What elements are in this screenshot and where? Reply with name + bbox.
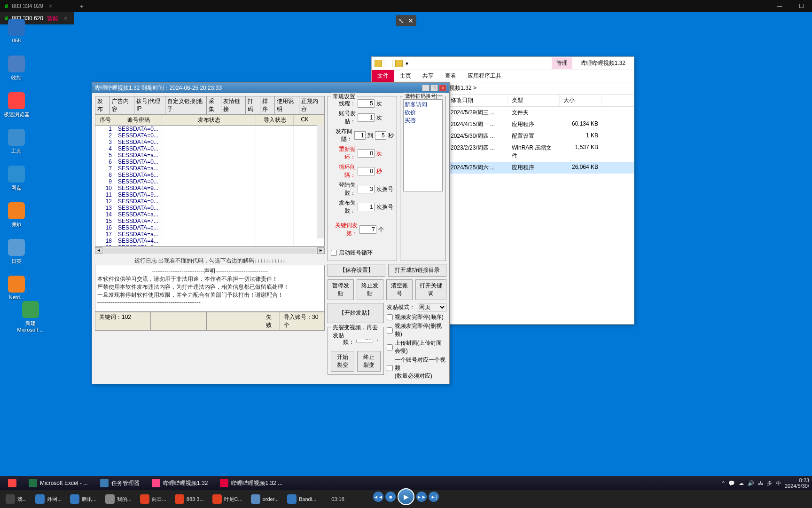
taskbar-item-0[interactable]: [3, 477, 22, 489]
post-option-checkbox-3[interactable]: [387, 365, 393, 371]
open-links-button[interactable]: 打开成功链接目录: [388, 264, 446, 277]
tray-volume-icon[interactable]: 🔊: [748, 480, 754, 486]
post-option-checkbox-0[interactable]: [387, 314, 393, 320]
clear-account-button[interactable]: 清空账号: [386, 279, 413, 300]
post-mode-select[interactable]: 网页: [417, 303, 446, 311]
maximize-icon[interactable]: □: [430, 85, 438, 91]
clock-time[interactable]: 8:23: [785, 477, 809, 483]
pause-post-button[interactable]: 暂停发贴: [328, 279, 354, 300]
desktop-icon-6[interactable]: 日英: [2, 239, 31, 265]
ribbon-tab-home[interactable]: 主页: [394, 70, 417, 82]
taskbar2-item-4[interactable]: 向日...: [137, 493, 169, 505]
taskbar-item-4[interactable]: 哔哩哔哩视频1.32 ...: [215, 477, 288, 489]
horizontal-scrollbar[interactable]: ◄ ►: [95, 246, 325, 254]
post-option-checkbox-2[interactable]: [387, 344, 393, 350]
grid-row[interactable]: 10SESSDATA=9...: [95, 185, 324, 191]
explorer-titlebar[interactable]: ▾ 管理 哔哩哔哩视频1.32: [372, 57, 634, 70]
tray-ime-icon[interactable]: 拼: [767, 480, 772, 487]
tray-chat-icon[interactable]: 💬: [728, 480, 735, 486]
grid-row[interactable]: 1SESSDATA=0...: [95, 126, 324, 132]
grid-row[interactable]: 13SESSDATA=0...: [95, 205, 324, 211]
grid-row[interactable]: 6SESSDATA=0...: [95, 159, 324, 165]
col-pubstatus[interactable]: 发布状态: [162, 115, 256, 125]
grid-row[interactable]: 11SESSDATA=9...: [95, 191, 324, 198]
tray-net-icon[interactable]: 🖧: [758, 480, 763, 486]
col-seq[interactable]: 序号: [95, 115, 115, 125]
stop-split-button[interactable]: 终止裂变: [357, 351, 381, 372]
col-ck[interactable]: CK: [294, 115, 316, 125]
stop-post-button[interactable]: 终止发贴: [357, 279, 383, 300]
grid-row[interactable]: 7SESSDATA=a...: [95, 165, 324, 172]
auto-loop-checkbox[interactable]: [331, 250, 337, 256]
app-tab-6[interactable]: 打码: [246, 96, 260, 114]
close-icon[interactable]: ×: [439, 85, 446, 91]
taskbar2-item-8[interactable]: Bandi...: [284, 493, 319, 505]
ribbon-tab-view[interactable]: 查看: [439, 70, 462, 82]
post-gap-to-input[interactable]: [375, 131, 386, 140]
taskbar-item-1[interactable]: Microsoft Excel - ...: [23, 477, 93, 489]
taskbar2-item-7[interactable]: order...: [248, 493, 281, 505]
grid-row[interactable]: 2SESSDATA=0...: [95, 132, 324, 139]
desktop-icon-3[interactable]: 工具: [2, 129, 31, 155]
desktop-icon-5[interactable]: 乘ip: [2, 202, 31, 228]
taskbar2-item-3[interactable]: 我的...: [102, 493, 134, 505]
tab-close-icon[interactable]: ×: [47, 3, 54, 9]
taskbar2-item-0[interactable]: 戏...: [3, 493, 30, 505]
grid-row[interactable]: 18SESSDATA=4...: [95, 238, 324, 244]
log-textarea[interactable]: ----------------------------声明----------…: [95, 265, 325, 312]
col-type[interactable]: 类型: [508, 95, 560, 106]
taskbar-item-3[interactable]: 哔哩哔哩视频1.32: [147, 477, 213, 489]
invite-textarea[interactable]: 新客访问砍价买否: [403, 99, 443, 191]
app-tab-5[interactable]: 友情链接: [221, 96, 246, 114]
ribbon-tab-apptools[interactable]: 应用程序工具: [462, 70, 507, 82]
tray-up-icon[interactable]: ^: [722, 480, 725, 486]
app-tab-9[interactable]: 正规内容: [299, 96, 324, 114]
grid-row[interactable]: 15SESSDATA=7...: [95, 218, 324, 224]
maximize-button[interactable]: ☐: [790, 0, 812, 12]
tray-cloud-icon[interactable]: ☁: [739, 480, 744, 486]
taskbar2-item-5[interactable]: 883 3...: [172, 493, 207, 505]
grid-row[interactable]: 3SESSDATA=0...: [95, 139, 324, 145]
close-icon[interactable]: ✕: [408, 17, 414, 24]
media-end-button[interactable]: ►|: [429, 492, 439, 502]
desktop-icon-7[interactable]: Netd...: [2, 276, 31, 300]
minimize-button[interactable]: —: [769, 0, 790, 12]
col-account[interactable]: 账号密码: [115, 115, 162, 125]
ribbon-tab-file[interactable]: 文件: [372, 70, 394, 82]
desktop-icon-1[interactable]: 收站: [2, 56, 31, 81]
grid-row[interactable]: 8SESSDATA=6...: [95, 172, 324, 178]
desktop-icon-4[interactable]: 网盘: [2, 166, 31, 191]
app-tab-1[interactable]: 广告内容: [110, 96, 135, 114]
media-play-button[interactable]: ▶: [398, 488, 414, 505]
grid-row[interactable]: 9SESSDATA=0...: [95, 178, 324, 185]
session-tab-1[interactable]: ıll883 334 029×: [0, 0, 74, 12]
app-tab-0[interactable]: 发布: [95, 96, 110, 114]
taskbar-item-2[interactable]: 任务管理器: [95, 477, 145, 489]
grid-row[interactable]: 17SESSDATA=a...: [95, 231, 324, 238]
save-settings-button[interactable]: 【保存设置】: [328, 264, 386, 277]
kw-nth-input[interactable]: [359, 225, 376, 234]
grid-row[interactable]: 19SESSDATA=0...: [95, 244, 324, 246]
post-fail-input[interactable]: [358, 203, 375, 211]
grid-row[interactable]: 16SESSDATA=c...: [95, 224, 324, 231]
start-post-button[interactable]: 【开始发贴】: [328, 303, 384, 323]
tray-lang-icon[interactable]: 中: [776, 480, 781, 487]
app-titlebar[interactable]: 哔哩哔哩视频1.32 到期时间：2024-06-25 20:23:33 _ □ …: [92, 83, 449, 93]
minimize-icon[interactable]: _: [422, 85, 429, 91]
media-prev-button[interactable]: ◄◄: [373, 492, 383, 502]
post-gap-from-input[interactable]: [354, 131, 366, 140]
tab-close-icon[interactable]: ×: [62, 15, 69, 22]
reloop-input[interactable]: [358, 149, 375, 158]
new-tab-button[interactable]: ＋: [74, 2, 89, 10]
app-tab-8[interactable]: 使用说明: [275, 96, 300, 114]
ribbon-tab-share[interactable]: 共享: [417, 70, 439, 82]
loop-gap-input[interactable]: [358, 167, 375, 175]
taskbar2-item-6[interactable]: 叶尼C...: [210, 493, 245, 505]
threads-input[interactable]: [358, 99, 375, 108]
col-date[interactable]: 修改日期: [447, 95, 508, 106]
app-tab-7[interactable]: 排序: [260, 96, 275, 114]
app-tab-2[interactable]: 拨号|代理IP: [134, 96, 165, 114]
grid-row[interactable]: 4SESSDATA=0...: [95, 145, 324, 152]
post-option-checkbox-1[interactable]: [387, 327, 393, 333]
grid-row[interactable]: 5SESSDATA=a...: [95, 152, 324, 159]
